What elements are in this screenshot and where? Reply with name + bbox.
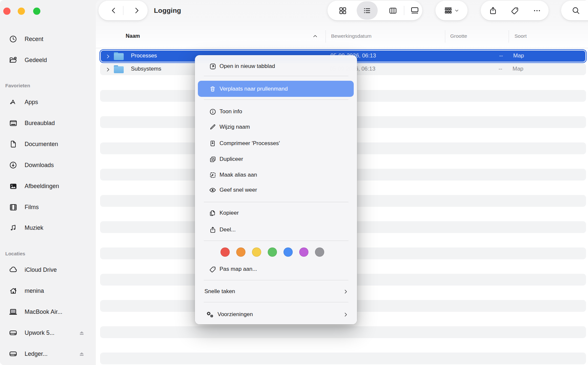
menu-item-services[interactable]: Voorzieningen <box>195 307 357 322</box>
sidebar-item-label: iCloud Drive <box>25 267 57 273</box>
column-divider[interactable] <box>509 30 509 43</box>
file-kind: Map <box>513 53 524 59</box>
menu-item-copy[interactable]: Kopieer <box>195 205 357 221</box>
menu-item-rename[interactable]: Wijzig naam <box>195 119 357 135</box>
file-name: Subsystems <box>131 66 161 72</box>
sidebar-item-gedeeld[interactable]: Gedeeld <box>0 53 96 67</box>
menu-item-customize-folder[interactable]: Pas map aan... <box>195 261 357 277</box>
tag-color-dots <box>220 247 324 257</box>
gallery-view-button[interactable] <box>406 1 423 20</box>
header-separator <box>96 48 588 48</box>
view-switcher-pill <box>327 1 422 20</box>
tag-color-dot[interactable] <box>220 247 230 257</box>
alias-icon <box>209 171 217 179</box>
sidebar-item-bureaublad[interactable]: Bureaublad <box>0 116 96 130</box>
eject-icon[interactable] <box>78 329 85 336</box>
sidebar-item-label: Gedeeld <box>25 57 47 64</box>
search-button[interactable] <box>566 1 585 20</box>
menu-item-quick-look[interactable]: Geef snel weer <box>195 182 357 198</box>
column-header-bewerkingsdatum[interactable]: Bewerkingsdatum <box>331 29 371 43</box>
sidebar-item-recent[interactable]: Recent <box>0 32 96 46</box>
file-size: -- <box>487 66 514 72</box>
group-by-button[interactable] <box>439 1 464 20</box>
hard-drive-icon <box>8 349 18 359</box>
sidebar-item-label: Films <box>25 204 39 211</box>
sidebar-item-label: Documenten <box>25 141 58 148</box>
shared-folder-icon <box>8 55 18 65</box>
sidebar-item-macbook-air[interactable]: MacBook Air... <box>0 305 96 319</box>
forward-button[interactable] <box>127 1 146 20</box>
sidebar-item-afbeeldingen[interactable]: Afbeeldingen <box>0 179 96 193</box>
submenu-chevron-icon <box>343 312 348 317</box>
sidebar-item-menina[interactable]: menina <box>0 284 96 298</box>
tag-color-dot[interactable] <box>252 247 261 257</box>
sidebar-item-apps[interactable]: Apps <box>0 95 96 109</box>
back-button[interactable] <box>103 1 125 20</box>
column-header-naam[interactable]: Naam <box>126 29 140 43</box>
tags-button[interactable] <box>505 1 525 20</box>
menu-separator <box>204 76 348 76</box>
list-view-button[interactable] <box>357 1 377 20</box>
menu-item-get-info[interactable]: Toon info <box>195 104 357 119</box>
menu-item-share[interactable]: Deel... <box>195 222 357 238</box>
sidebar-item-label: Apps <box>25 99 38 106</box>
menu-item-make-alias[interactable]: Maak alias aan <box>195 167 357 183</box>
menu-item-duplicate[interactable]: Dupliceer <box>195 151 357 167</box>
sidebar-item-films[interactable]: Films <box>0 200 96 214</box>
tag-icon <box>209 265 217 273</box>
sidebar-section-favorieten: Favorieten <box>5 83 30 88</box>
close-button[interactable] <box>3 8 10 15</box>
sidebar-item-label: MacBook Air... <box>25 309 62 315</box>
zoom-button[interactable] <box>33 8 40 15</box>
menu-separator <box>204 99 348 100</box>
menu-separator <box>204 241 348 241</box>
duplicate-icon <box>209 155 217 163</box>
sidebar-item-label: Bureaublad <box>25 120 55 127</box>
sidebar-item-upwork-disk[interactable]: Upwork 5... <box>0 326 96 340</box>
sidebar-item-label: menina <box>25 288 44 294</box>
menu-item-compress[interactable]: Comprimeer 'Processes' <box>195 136 357 151</box>
laptop-icon <box>8 307 18 317</box>
sidebar-item-muziek[interactable]: Muziek <box>0 221 96 235</box>
tag-color-dot[interactable] <box>315 247 324 257</box>
tag-color-dot[interactable] <box>268 247 277 257</box>
column-divider[interactable] <box>445 30 445 43</box>
submenu-chevron-icon <box>343 289 348 294</box>
download-icon <box>8 160 18 170</box>
copy-icon <box>209 209 217 217</box>
tag-color-dot[interactable] <box>236 247 245 257</box>
more-options-button[interactable] <box>527 1 547 20</box>
open-new-tab-icon <box>209 62 217 70</box>
menu-item-quick-actions[interactable]: Snelle taken <box>195 284 357 299</box>
sidebar-item-label: Downloads <box>25 162 54 169</box>
disclosure-chevron-icon[interactable] <box>105 66 111 73</box>
column-header-soort[interactable]: Soort <box>514 29 527 43</box>
eject-icon[interactable] <box>78 350 85 357</box>
sidebar-item-documenten[interactable]: Documenten <box>0 137 96 151</box>
menu-separator <box>204 202 348 202</box>
nav-buttons-pill <box>98 1 148 20</box>
disclosure-chevron-icon[interactable] <box>105 53 111 59</box>
tag-color-dot[interactable] <box>284 247 293 257</box>
menu-separator <box>204 280 348 280</box>
share-button[interactable] <box>483 1 503 20</box>
minimize-button[interactable] <box>18 8 25 15</box>
sidebar-item-downloads[interactable]: Downloads <box>0 158 96 172</box>
menu-item-move-to-trash[interactable]: Verplaats naar prullenmand <box>198 81 354 97</box>
menu-separator <box>204 302 348 302</box>
column-divider[interactable] <box>326 30 326 43</box>
icon-view-button[interactable] <box>334 1 351 20</box>
sidebar-item-icloud-drive[interactable]: iCloud Drive <box>0 263 96 277</box>
column-header-grootte[interactable]: Grootte <box>450 29 467 43</box>
file-name: Processes <box>131 53 157 59</box>
column-view-button[interactable] <box>384 1 401 20</box>
chevron-down-icon <box>454 8 459 13</box>
sidebar-item-ledger-disk[interactable]: Ledger... <box>0 347 96 361</box>
window-title: Logging <box>154 0 181 21</box>
view-divider <box>404 6 404 15</box>
photos-icon <box>8 181 18 191</box>
finder-window: Recent Gedeeld Favorieten Apps <box>0 0 588 365</box>
tag-color-dot[interactable] <box>299 247 308 257</box>
trash-icon <box>209 85 217 93</box>
menu-item-open-new-tab[interactable]: Open in nieuw tabblad <box>195 58 357 74</box>
